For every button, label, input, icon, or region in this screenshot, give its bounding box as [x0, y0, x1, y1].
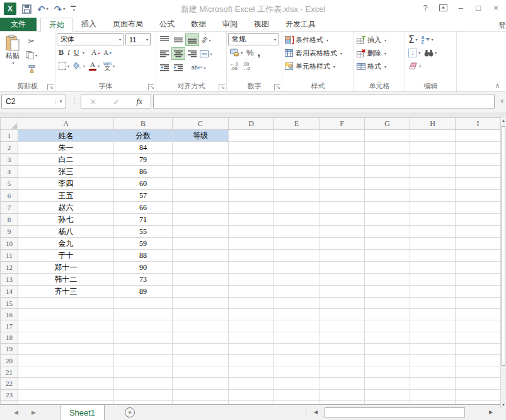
- percent-style-button[interactable]: %: [244, 47, 256, 59]
- cell-G18[interactable]: [365, 332, 410, 343]
- cell-B7[interactable]: 66: [114, 202, 173, 214]
- row-header-14[interactable]: 14: [1, 286, 18, 298]
- cell-C23[interactable]: [173, 389, 229, 400]
- cell-G21[interactable]: [365, 366, 410, 378]
- row-header-20[interactable]: 20: [1, 354, 18, 366]
- cell-A19[interactable]: [18, 343, 114, 354]
- cell-B19[interactable]: [114, 343, 173, 354]
- row-header-11[interactable]: 11: [1, 250, 18, 262]
- cell-H12[interactable]: [410, 262, 456, 274]
- cell-B12[interactable]: 90: [114, 262, 173, 274]
- cell-G4[interactable]: [365, 166, 410, 178]
- tab-formulas[interactable]: 公式: [151, 18, 183, 31]
- cell-F11[interactable]: [319, 250, 365, 262]
- cell-I1[interactable]: [456, 130, 501, 142]
- cell-A17[interactable]: [18, 320, 114, 332]
- cell-E17[interactable]: [274, 320, 319, 332]
- delete-cells-button[interactable]: 删除 ▾: [355, 47, 403, 60]
- cell-A23[interactable]: [18, 389, 114, 400]
- cell-G15[interactable]: [365, 298, 410, 309]
- cell-I19[interactable]: [456, 343, 501, 354]
- cell-D7[interactable]: [229, 202, 274, 214]
- tab-insert[interactable]: 插入: [73, 18, 105, 31]
- cell-D8[interactable]: [229, 214, 274, 226]
- cell-D3[interactable]: [229, 154, 274, 166]
- cell-A8[interactable]: 孙七: [18, 214, 114, 226]
- cell-F14[interactable]: [319, 286, 365, 298]
- row-header-13[interactable]: 13: [1, 274, 18, 286]
- cell-A3[interactable]: 白二: [18, 154, 114, 166]
- align-middle-button[interactable]: [171, 33, 185, 46]
- cell-H19[interactable]: [410, 343, 456, 354]
- row-header-6[interactable]: 6: [1, 190, 18, 202]
- cell-D12[interactable]: [229, 262, 274, 274]
- cell-F12[interactable]: [319, 262, 365, 274]
- enter-button[interactable]: ✓: [113, 97, 120, 107]
- cell-A4[interactable]: 张三: [18, 166, 114, 178]
- format-as-table-button[interactable]: 套用表格格式 ▾: [284, 47, 352, 60]
- align-left-button[interactable]: [158, 47, 171, 60]
- worksheet-grid[interactable]: ABCDEFGHI1姓名分数等级2朱一843白二794张三865李四606王五5…: [0, 117, 500, 404]
- cell-B23[interactable]: [114, 389, 173, 400]
- close-button[interactable]: ×: [487, 0, 505, 15]
- row-header-8[interactable]: 8: [1, 214, 18, 226]
- font-size-combo[interactable]: 11▾: [125, 33, 151, 45]
- cell-F9[interactable]: [319, 226, 365, 238]
- cell-H11[interactable]: [410, 250, 456, 262]
- cell-D14[interactable]: [229, 286, 274, 298]
- row-header-19[interactable]: 19: [1, 343, 18, 354]
- conditional-formatting-button[interactable]: 条件格式 ▾: [284, 33, 352, 47]
- clipboard-dialog-launcher[interactable]: ↘: [47, 84, 54, 90]
- cell-I10[interactable]: [456, 238, 501, 250]
- cell-E19[interactable]: [274, 343, 319, 354]
- cell-C18[interactable]: [173, 332, 229, 343]
- cell-G19[interactable]: [365, 343, 410, 354]
- cell-C13[interactable]: [173, 274, 229, 286]
- row-header-17[interactable]: 17: [1, 320, 18, 332]
- borders-button[interactable]: ▾: [57, 60, 71, 72]
- cell-E15[interactable]: [274, 298, 319, 309]
- cell-E7[interactable]: [274, 202, 319, 214]
- cell-E23[interactable]: [274, 389, 319, 400]
- column-header-B[interactable]: B: [114, 118, 173, 130]
- cell-B5[interactable]: 60: [114, 178, 173, 190]
- cell-A5[interactable]: 李四: [18, 178, 114, 190]
- cell-F4[interactable]: [319, 166, 365, 178]
- column-header-D[interactable]: D: [229, 118, 274, 130]
- name-box-dropdown-icon[interactable]: ▾: [55, 99, 66, 104]
- increase-decimal-button[interactable]: ←.0.00: [228, 60, 240, 72]
- cell-B17[interactable]: [114, 320, 173, 332]
- cell-H13[interactable]: [410, 274, 456, 286]
- cell-A11[interactable]: 于十: [18, 250, 114, 262]
- cell-C4[interactable]: [173, 166, 229, 178]
- align-top-button[interactable]: [158, 33, 171, 46]
- cell-G16[interactable]: [365, 309, 410, 320]
- cell-B6[interactable]: 57: [114, 190, 173, 202]
- cell-B14[interactable]: 89: [114, 286, 173, 298]
- underline-dropdown-icon[interactable]: ▾: [83, 50, 84, 55]
- new-sheet-button[interactable]: +: [125, 407, 135, 417]
- column-header-G[interactable]: G: [365, 118, 410, 130]
- cell-F23[interactable]: [319, 389, 365, 400]
- horizontal-scroll-thumb[interactable]: [325, 407, 465, 417]
- bold-button[interactable]: B: [57, 47, 66, 59]
- cell-H16[interactable]: [410, 309, 456, 320]
- tab-view[interactable]: 视图: [246, 18, 277, 31]
- cell-I11[interactable]: [456, 250, 501, 262]
- row-header-10[interactable]: 10: [1, 238, 18, 250]
- cell-G22[interactable]: [365, 378, 410, 389]
- font-color-button[interactable]: A▾: [87, 60, 101, 72]
- cell-E8[interactable]: [274, 214, 319, 226]
- cell-C10[interactable]: [173, 238, 229, 250]
- cell-D13[interactable]: [229, 274, 274, 286]
- cell-F18[interactable]: [319, 332, 365, 343]
- sign-in-link[interactable]: 登录: [498, 20, 506, 31]
- cell-C17[interactable]: [173, 320, 229, 332]
- cell-F5[interactable]: [319, 178, 365, 190]
- cell-E4[interactable]: [274, 166, 319, 178]
- cell-A18[interactable]: [18, 332, 114, 343]
- cell-D4[interactable]: [229, 166, 274, 178]
- cell-H6[interactable]: [410, 190, 456, 202]
- cell-A2[interactable]: 朱一: [18, 142, 114, 154]
- minimize-button[interactable]: –: [452, 0, 469, 15]
